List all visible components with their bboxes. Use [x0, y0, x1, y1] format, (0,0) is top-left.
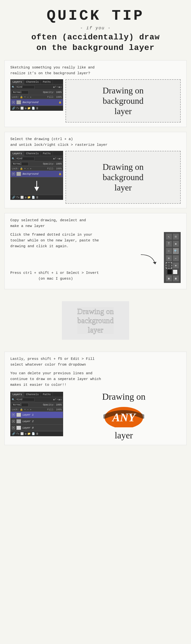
- layer-row-background[interactable]: 👁 Background 🔒: [10, 99, 63, 106]
- lasso-tool-btn[interactable]: T: [166, 241, 172, 247]
- adjustment-layer-icon[interactable]: ◑: [25, 107, 26, 110]
- thumb-layer0: [16, 426, 21, 430]
- layer-row-1-final[interactable]: 👁 Layer 1: [10, 412, 63, 418]
- add-mask-icon[interactable]: ⬜: [20, 107, 24, 110]
- foreground-swatch[interactable]: [167, 270, 172, 274]
- layer-effects-icon[interactable]: fx: [16, 107, 19, 110]
- panel-arrow-container: 👁 Background 🔒: [10, 171, 63, 195]
- header-body: often (accidentally) drawon the backgrou…: [5, 32, 186, 53]
- crop-tool-btn[interactable]: ✂: [166, 248, 172, 254]
- eye-layer1[interactable]: 👁: [12, 414, 15, 416]
- new-layer-icon[interactable]: 📄: [32, 107, 35, 110]
- select-tool-btn[interactable]: ⊡: [173, 234, 179, 240]
- invert-section: Drawing onbackgroundlayer: [0, 294, 191, 347]
- group-icon-2[interactable]: 📁: [27, 196, 31, 199]
- delete-layer-icon[interactable]: 🗑: [36, 107, 39, 110]
- new-layer-icon-2[interactable]: 📄: [32, 196, 35, 199]
- delete-icon-2[interactable]: 🗑: [36, 196, 39, 199]
- mode-select-2[interactable]: Normal: [12, 162, 28, 166]
- step3-text1: Copy selected drawing, deselect andmake …: [10, 218, 181, 229]
- any-badge-svg: ANY: [103, 403, 144, 427]
- tab-layers[interactable]: Layers: [10, 80, 24, 84]
- filter-icon-4: ▦: [58, 86, 60, 88]
- fx-icon-2[interactable]: fx: [16, 196, 19, 199]
- lock-label-final: Lock:: [12, 408, 19, 411]
- lock-label-2: Lock:: [12, 168, 19, 170]
- eye-layer0[interactable]: 👁: [12, 426, 15, 429]
- mask-icon-2[interactable]: ⬜: [20, 196, 24, 199]
- f5: ◎: [60, 157, 62, 160]
- tab-paths-final[interactable]: Paths: [41, 392, 53, 397]
- link-layers-icon[interactable]: 🔗: [12, 107, 15, 110]
- eyedrop-btn[interactable]: 🔍: [173, 248, 179, 254]
- lock-icon-2: 🔒: [58, 172, 61, 175]
- standard-mode-btn[interactable]: ▣: [166, 275, 172, 282]
- layer-eye-2[interactable]: 👁: [12, 172, 15, 175]
- new-group-icon[interactable]: 📁: [27, 107, 31, 110]
- dotted-circle-btn[interactable]: ◌: [166, 262, 172, 268]
- drawing-text-2: Drawing onbackgroundlayer: [103, 162, 144, 193]
- brush-tool-btn[interactable]: ✏: [173, 255, 179, 261]
- step1-text: Sketching something you really like andr…: [10, 65, 181, 76]
- ps-tabs: Layers Channels Paths: [10, 80, 63, 84]
- tab-paths-2[interactable]: Paths: [41, 151, 53, 156]
- tab-layers-2[interactable]: Layers: [10, 151, 24, 156]
- link-layers-icon-2[interactable]: 🔗: [12, 196, 15, 199]
- quickmask-btn[interactable]: ▣: [173, 275, 179, 282]
- ps-lock-row: Lock: 🔒 + ↔ ✦ Fill: 100%: [10, 95, 63, 99]
- link-icon-final[interactable]: 🔗: [12, 432, 15, 435]
- svg-marker-2: [153, 262, 157, 264]
- adj-icon-final[interactable]: ◑: [25, 432, 26, 435]
- tab-channels-2[interactable]: Channels: [24, 151, 41, 156]
- ps-lock-row-final: Lock: 🔒 + ↔ ✦ Fill: 100%: [10, 408, 63, 412]
- toolbar-row-3: ✂ 🔍: [166, 248, 179, 254]
- fx-icon-final[interactable]: fx: [16, 432, 19, 435]
- move-tool-btn[interactable]: ↖: [166, 234, 172, 240]
- ps-bottom-bar-final: 🔗 fx ⬜ ◑ 📁 📄 🗑: [10, 431, 63, 436]
- new-layer-final[interactable]: 📄: [32, 432, 35, 435]
- step4-container: Lastly, press shift + f5 or Edit > Fills…: [4, 352, 187, 445]
- opacity-final: Opacity: 100%: [43, 404, 62, 406]
- step3-text2: Click the framed dotted circle in yourto…: [10, 232, 160, 249]
- svg-text:ANY: ANY: [112, 411, 136, 424]
- drawing-any-layer-text: Drawing on ANY layer: [67, 392, 181, 440]
- filter-icon-1: ▣: [53, 86, 54, 88]
- ps-panel-2: Layers Channels Paths 🔍 Kind ▣ T ⚡ ▦ ◎ N…: [10, 151, 63, 200]
- search-input-final[interactable]: Kind: [15, 398, 34, 402]
- step3-left: Click the framed dotted circle in yourto…: [10, 232, 160, 285]
- lock-label: Lock:: [12, 96, 19, 98]
- background-swatch[interactable]: [173, 270, 178, 274]
- drawing-text-1: Drawing onbackgroundlayer: [103, 86, 144, 117]
- tab-channels-final[interactable]: Channels: [24, 392, 41, 397]
- clone-stamp-btn[interactable]: ◈: [173, 262, 179, 268]
- search-icon-final: 🔍: [12, 398, 15, 401]
- adj-icon-2[interactable]: ◑: [25, 196, 26, 199]
- ff1: ▣: [53, 398, 54, 401]
- layer-thumbnail: [16, 100, 21, 104]
- f3: ⚡: [57, 157, 58, 160]
- layer-row-0-final[interactable]: 👁 Layer 0: [10, 425, 63, 431]
- mode-select-final[interactable]: Normal: [12, 403, 28, 407]
- ps-tabs-2: Layers Channels Paths: [10, 151, 63, 156]
- layer-visibility-eye[interactable]: 👁: [12, 101, 15, 104]
- search-input-2[interactable]: Kind: [15, 157, 34, 160]
- opacity-label: Opacity: 100%: [43, 91, 62, 94]
- tab-paths[interactable]: Paths: [41, 80, 53, 84]
- ps-bottom-bar: 🔗 fx ⬜ ◑ 📁 📄 🗑: [10, 106, 63, 110]
- ps-search-bar-2: 🔍 Kind ▣ T ⚡ ▦ ◎: [10, 156, 63, 162]
- tab-layers-final[interactable]: Layers: [10, 392, 24, 397]
- layer-row-2-final[interactable]: 👁 Layer 2: [10, 418, 63, 425]
- heal-brush-btn[interactable]: ⊕: [166, 255, 172, 261]
- delete-final[interactable]: 🗑: [36, 432, 39, 435]
- group-icon-final[interactable]: 📁: [27, 432, 31, 435]
- ff3: ⚡: [57, 398, 58, 401]
- tab-channels[interactable]: Channels: [24, 80, 41, 84]
- mode-select[interactable]: Normal: [12, 90, 28, 94]
- search-input[interactable]: Kind: [15, 85, 34, 89]
- step4-inner: Layers Channels Paths 🔍 Kind ▣ T ⚡ ▦ ◎ N…: [10, 392, 181, 440]
- mask-icon-final[interactable]: ⬜: [20, 432, 24, 435]
- layer-row-background-2[interactable]: 👁 Background 🔒: [10, 171, 63, 177]
- eye-layer2[interactable]: 👁: [12, 420, 15, 423]
- step1-inner: Layers Channels Paths 🔍 Kind ▣ T ⚡ ▦ ◎ N…: [10, 79, 181, 122]
- magic-wand-btn[interactable]: ✱: [173, 241, 179, 247]
